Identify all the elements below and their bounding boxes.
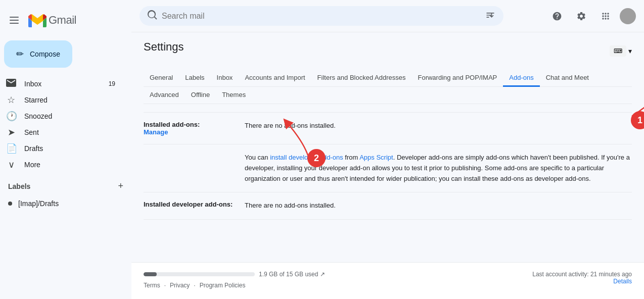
drafts-label: Drafts <box>24 144 115 153</box>
installed-developer-addons-content: There are no add-ons installed. <box>245 201 632 211</box>
settings-table: Installed add-ons: Manage There are no a… <box>144 112 632 220</box>
more-label: More <box>24 161 115 169</box>
search-icon <box>148 10 158 22</box>
label-imap-drafts-text: [Imap]/Drafts <box>18 200 59 208</box>
drafts-icon: 📄 <box>6 143 16 154</box>
svg-rect-1 <box>10 20 19 21</box>
tab-general[interactable]: General <box>144 70 179 87</box>
topbar-actions <box>547 6 636 26</box>
last-activity: Last account activity: 21 minutes ago De… <box>532 271 632 291</box>
privacy-link[interactable]: Privacy <box>170 282 190 289</box>
dropdown-chevron-icon[interactable]: ▾ <box>628 47 632 55</box>
sidebar-item-sent[interactable]: ➤ Sent <box>0 124 123 140</box>
apps-button[interactable] <box>595 6 616 26</box>
compose-label: Compose <box>30 50 60 58</box>
tab-forwarding-pop-imap[interactable]: Forwarding and POP/IMAP <box>411 70 503 87</box>
developer-addons-description-content: You can install developer add-ons from A… <box>245 153 632 184</box>
sub-tab-offline[interactable]: Offline <box>185 87 216 104</box>
sidebar-item-snoozed[interactable]: 🕐 Snoozed <box>0 108 123 124</box>
installed-addons-content: There are no add-ons installed. <box>245 121 632 131</box>
star-icon: ☆ <box>6 94 16 106</box>
storage-external-link-icon[interactable]: ↗ <box>320 271 325 278</box>
sub-tab-advanced[interactable]: Advanced <box>144 87 185 104</box>
more-chevron-icon: ∨ <box>6 159 16 170</box>
topbar <box>131 0 644 32</box>
footer-left: 1.9 GB of 15 GB used ↗ Terms · Privacy ·… <box>144 271 325 291</box>
storage-bar-container: 1.9 GB of 15 GB used ↗ <box>144 271 325 278</box>
settings-content: Settings ⌨ ▾ General Labels Inbox Accoun… <box>131 32 644 262</box>
separator-1: · <box>164 282 166 289</box>
footer-bottom: 1.9 GB of 15 GB used ↗ Terms · Privacy ·… <box>144 271 632 291</box>
tab-filters-blocked[interactable]: Filters and Blocked Addresses <box>311 70 412 87</box>
search-bar[interactable] <box>140 6 503 26</box>
tab-inbox[interactable]: Inbox <box>211 70 239 87</box>
svg-rect-0 <box>10 17 19 18</box>
inbox-count: 19 <box>109 80 115 87</box>
installed-developer-addons-label: Installed developer add-ons: <box>144 201 245 208</box>
terms-link[interactable]: Terms <box>144 282 160 289</box>
labels-section: Labels + <box>0 173 131 195</box>
manage-link[interactable]: Manage <box>144 128 168 136</box>
install-developer-addons-link[interactable]: install developer add-ons <box>270 154 343 161</box>
inbox-label: Inbox <box>24 80 101 88</box>
storage-bar-fill <box>144 272 157 276</box>
details-link[interactable]: Details <box>532 278 632 285</box>
tab-accounts-import[interactable]: Accounts and Import <box>239 70 311 87</box>
tab-addons[interactable]: Add-ons <box>503 70 539 87</box>
add-label-button[interactable]: + <box>118 181 123 191</box>
search-filter-icon[interactable] <box>485 10 495 22</box>
label-item-imap-drafts[interactable]: [Imap]/Drafts <box>0 195 131 212</box>
keyboard-icon: ⌨ <box>614 47 622 55</box>
tab-chat-meet[interactable]: Chat and Meet <box>540 70 595 87</box>
settings-button[interactable] <box>571 6 591 26</box>
snoozed-icon: 🕐 <box>6 111 16 122</box>
gmail-logo: Gmail <box>28 13 76 27</box>
storage-text: 1.9 GB of 15 GB used ↗ <box>259 271 325 278</box>
gmail-logo-text: Gmail <box>49 14 76 27</box>
sidebar-item-starred[interactable]: ☆ Starred <box>0 92 123 108</box>
snoozed-label: Snoozed <box>24 112 115 120</box>
sent-label: Sent <box>24 128 115 136</box>
apps-script-link[interactable]: Apps Script <box>359 154 393 161</box>
labels-title: Labels <box>8 182 30 190</box>
compose-icon: ✏ <box>16 48 24 60</box>
footer: 1.9 GB of 15 GB used ↗ Terms · Privacy ·… <box>131 262 644 299</box>
compose-button[interactable]: ✏ Compose <box>4 40 72 68</box>
svg-rect-2 <box>10 23 19 24</box>
avatar[interactable] <box>620 8 636 24</box>
settings-tabs: General Labels Inbox Accounts and Import… <box>144 70 632 87</box>
sidebar-item-inbox[interactable]: Inbox 19 <box>0 76 123 92</box>
label-dot-icon <box>8 202 12 206</box>
keyboard-shortcuts-button[interactable]: ⌨ <box>610 45 626 57</box>
help-button[interactable] <box>547 6 567 26</box>
sidebar: Gmail ✏ Compose Inbox 19 ☆ Starred 🕐 Sno… <box>0 0 131 299</box>
sub-tab-themes[interactable]: Themes <box>216 87 252 104</box>
tab-labels[interactable]: Labels <box>179 70 210 87</box>
installed-developer-addons-row: Installed developer add-ons: There are n… <box>144 192 632 220</box>
installed-addons-label: Installed add-ons: Manage <box>144 121 245 136</box>
inbox-icon <box>6 78 16 90</box>
settings-sub-tabs: Advanced Offline Themes <box>144 87 632 104</box>
hamburger-menu-button[interactable] <box>4 10 24 30</box>
search-input[interactable] <box>162 12 481 21</box>
sidebar-item-drafts[interactable]: 📄 Drafts <box>0 140 123 157</box>
footer-links: Terms · Privacy · Program Policies <box>144 282 325 289</box>
developer-addons-description-row: You can install developer add-ons from A… <box>144 144 632 192</box>
program-policies-link[interactable]: Program Policies <box>200 282 246 289</box>
sidebar-item-more[interactable]: ∨ More <box>0 157 123 173</box>
starred-label: Starred <box>24 96 115 104</box>
separator-2: · <box>194 282 195 289</box>
sent-icon: ➤ <box>6 127 16 138</box>
settings-title: Settings <box>144 40 184 54</box>
storage-bar <box>144 272 255 276</box>
installed-addons-row: Installed add-ons: Manage There are no a… <box>144 113 632 144</box>
